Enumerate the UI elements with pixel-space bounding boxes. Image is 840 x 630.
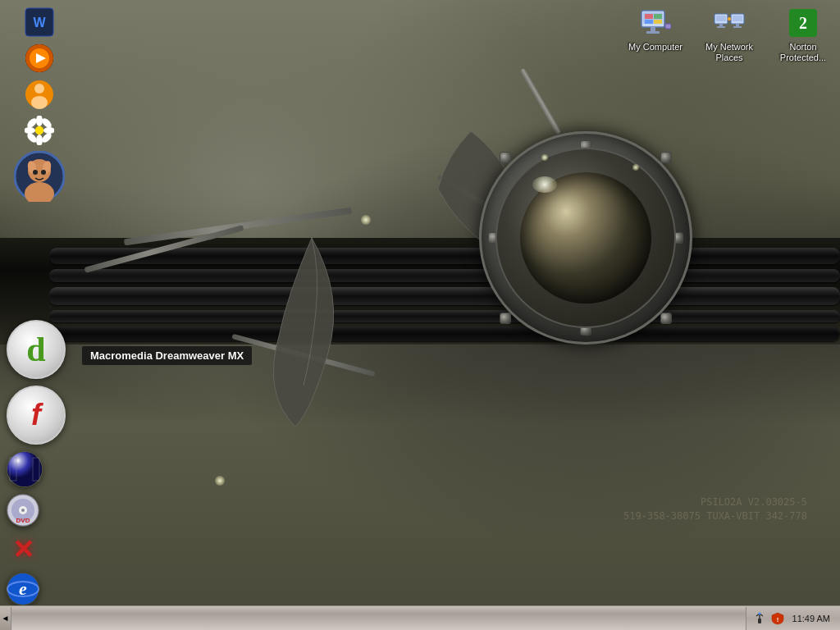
sidebar-icon-media-player[interactable] [23,42,56,75]
watermark: PSILO2A V2.03025-5 519-358-38075 TUXA-VB… [623,495,807,523]
svg-rect-7 [654,20,662,24]
desktop: PSILO2A V2.03025-5 519-358-38075 TUXA-VB… [0,0,840,605]
flash-f-letter: f [31,398,41,432]
svg-rect-14 [733,16,742,21]
svg-point-48 [7,452,42,486]
glow-dot-1 [361,215,371,225]
desktop-icon-my-computer[interactable]: My Computer [627,7,684,63]
svg-rect-12 [717,26,725,28]
dreamweaver-d-letter: d [26,332,45,367]
desktop-icon-norton[interactable]: 2 Norton Protected... [774,7,832,63]
svg-point-39 [35,126,43,135]
svg-point-46 [41,170,46,175]
my-computer-label: My Computer [628,42,682,52]
svg-text:2: 2 [799,14,807,32]
svg-point-45 [33,170,38,175]
network-icon [713,7,746,39]
tray-icon-antenna[interactable] [753,612,766,625]
svg-rect-6 [645,20,653,24]
svg-text:DVD: DVD [16,517,30,524]
sidebar-icon-daisy[interactable] [23,114,56,147]
svg-point-29 [31,96,48,109]
svg-point-34 [43,127,54,134]
glow-dot-3 [541,154,548,161]
sidebar-icon-trillian[interactable] [23,78,56,111]
ball-icon[interactable] [7,451,43,487]
desktop-icons-top: My Computer My Netw [627,7,832,63]
taskbar: ◄ ! 11:49 AM [0,605,840,630]
dvd-icon[interactable]: DVD [7,494,39,527]
svg-point-33 [25,127,35,134]
x-letter: ✕ [12,534,34,565]
svg-point-54 [21,509,25,512]
tray-icon-shield[interactable]: ! [771,612,784,625]
svg-rect-4 [645,14,653,19]
svg-text:W: W [33,16,46,30]
glow-dot-2 [215,476,225,486]
svg-point-28 [34,84,44,94]
svg-rect-8 [665,24,671,29]
svg-rect-10 [716,16,726,21]
taskbar-scroll-left[interactable]: ◄ [0,607,11,630]
my-computer-icon [639,7,672,39]
svg-rect-5 [654,14,662,19]
norton-label: Norton Protected... [774,42,832,63]
svg-rect-16 [733,26,742,28]
mechanical-eye [479,131,692,345]
desktop-icon-network[interactable]: My Network Places [701,7,758,63]
svg-rect-3 [646,31,660,34]
sidebar-icon-avatar[interactable] [13,150,66,203]
blade-left [246,230,369,435]
glow-dot-4 [632,164,639,171]
dreamweaver-icon[interactable]: d Macromedia Dreamweaver MX [7,320,66,379]
svg-point-31 [36,116,43,126]
svg-rect-2 [651,27,655,31]
taskbar-clock: 11:49 AM [789,614,833,623]
app-icons-group: d Macromedia Dreamweaver MX f [7,254,66,605]
ie-icon[interactable]: e [7,573,39,605]
norton-icon: 2 [787,7,819,39]
svg-text:!: ! [776,616,778,623]
flash-icon[interactable]: f [7,386,66,445]
sidebar-icon-winamp[interactable]: W [23,6,56,39]
svg-rect-15 [736,24,739,26]
svg-rect-11 [719,24,723,26]
svg-point-67 [758,612,760,614]
svg-point-32 [36,135,43,145]
svg-rect-63 [758,619,761,623]
network-label: My Network Places [701,42,758,63]
dvd-x-icon[interactable]: ✕ [7,533,39,566]
svg-point-18 [728,17,731,21]
taskbar-tray: ! 11:49 AM [746,607,840,630]
